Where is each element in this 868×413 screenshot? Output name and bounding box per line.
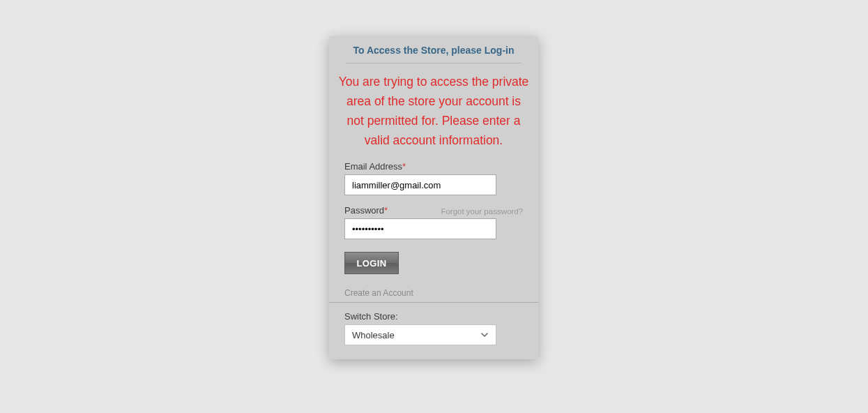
switch-store-select[interactable]: Wholesale	[344, 324, 496, 345]
password-field-block: Password* Forgot your password?	[344, 205, 523, 239]
email-input[interactable]	[344, 174, 496, 195]
switch-store-label: Switch Store:	[344, 311, 523, 322]
panel-title: To Access the Store, please Log-in	[346, 36, 521, 63]
email-label-text: Email Address	[344, 161, 402, 172]
login-form: Email Address* Password* Forgot your pas…	[329, 161, 538, 302]
switch-store-area: Switch Store: Wholesale	[329, 302, 538, 359]
password-label-text: Password	[344, 205, 384, 216]
email-field-block: Email Address*	[344, 161, 523, 195]
create-account-link[interactable]: Create an Account	[344, 288, 523, 299]
login-button[interactable]: LOGIN	[344, 252, 399, 274]
password-input[interactable]	[344, 218, 496, 239]
required-marker: *	[384, 205, 388, 216]
forgot-password-link[interactable]: Forgot your password?	[441, 207, 523, 216]
password-label: Password*	[344, 205, 388, 216]
error-message: You are trying to access the private are…	[329, 63, 538, 157]
email-label: Email Address*	[344, 161, 406, 172]
required-marker: *	[402, 161, 406, 172]
switch-store-value: Wholesale	[352, 330, 395, 340]
chevron-down-icon	[480, 331, 489, 339]
login-panel: To Access the Store, please Log-in You a…	[329, 36, 538, 359]
